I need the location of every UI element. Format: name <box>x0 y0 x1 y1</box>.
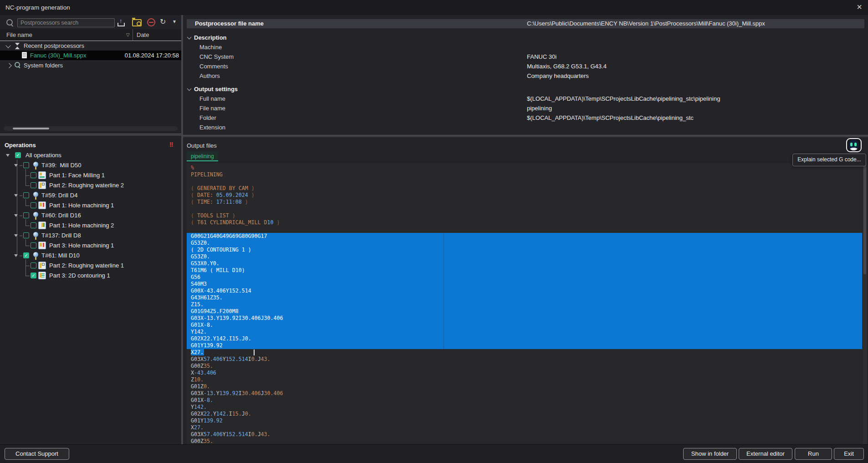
section-header[interactable]: Description <box>187 34 824 41</box>
code-line[interactable]: G03X57.406Y152.514I0.J43. <box>187 431 862 438</box>
code-line[interactable]: G03X-13.Y139.92I30.406J30.406 <box>187 315 862 322</box>
checkbox[interactable] <box>23 212 29 218</box>
operation-row[interactable]: Part 1: Face Milling 1 <box>0 170 181 180</box>
checkbox[interactable]: ✓ <box>31 273 36 278</box>
column-date[interactable]: Date <box>137 29 149 41</box>
checkbox[interactable] <box>31 262 36 268</box>
chevron-down-icon[interactable] <box>187 87 192 91</box>
operation-row[interactable]: T#39: Mill D50 <box>0 160 181 170</box>
code-line[interactable]: PIPELINING <box>187 171 862 178</box>
operation-row[interactable]: Part 1: Hole machining 1 <box>0 201 181 211</box>
code-line[interactable]: G00Z35. <box>187 363 862 370</box>
ai-assistant-button[interactable] <box>846 138 862 152</box>
operation-row[interactable]: T#60: Drill D16 <box>0 211 181 221</box>
code-line[interactable]: X27. <box>187 424 862 431</box>
code-line[interactable]: G02X22.Y142.I15.J0. <box>187 335 862 342</box>
expander-icon[interactable] <box>6 154 10 157</box>
code-line[interactable]: Z10. <box>187 376 862 383</box>
close-icon[interactable]: × <box>853 0 865 15</box>
code-line[interactable] <box>187 178 862 185</box>
code-line[interactable]: G01X-8. <box>187 397 862 404</box>
run-button[interactable]: Run <box>795 448 832 460</box>
tree-item-fanuc-file[interactable]: Fanuc (30i)_Mill.sppx 01.08.2024 17:20:5… <box>0 51 181 60</box>
code-line[interactable]: X-43.406 <box>187 370 862 376</box>
code-line[interactable]: Y142. <box>187 329 862 335</box>
scrollbar-thumb[interactable] <box>13 128 49 129</box>
horizontal-scrollbar[interactable] <box>4 126 178 131</box>
code-line[interactable]: G03X-13.Y139.92I30.406J30.406 <box>187 390 862 397</box>
checkbox[interactable] <box>31 172 36 178</box>
operation-row[interactable]: Part 2: Roughing waterline 1 <box>0 261 181 271</box>
expander-icon[interactable] <box>14 194 18 197</box>
checkbox[interactable]: ✓ <box>15 152 21 158</box>
vertical-scrollbar[interactable] <box>863 163 867 444</box>
expander-icon[interactable] <box>14 214 18 217</box>
operation-row[interactable]: Part 3: Hole machining 1 <box>0 241 181 251</box>
checkbox[interactable] <box>23 192 29 198</box>
checkbox[interactable]: ✓ <box>23 252 29 258</box>
checkbox[interactable] <box>23 232 29 238</box>
search-input[interactable] <box>17 18 115 27</box>
code-line[interactable]: Z15. <box>187 301 862 308</box>
checkbox[interactable] <box>31 242 36 248</box>
tree-item-system-folders[interactable]: System folders <box>0 61 181 70</box>
checkbox[interactable] <box>31 202 36 208</box>
code-line[interactable]: ( TIME: 17:11:08 ) <box>187 199 862 206</box>
chevron-right-icon[interactable] <box>6 63 11 68</box>
operation-row[interactable]: ✓Part 3: 2D contouring 1 <box>0 271 181 281</box>
code-line[interactable] <box>187 226 862 233</box>
chevron-down-icon[interactable] <box>5 43 10 48</box>
code-line[interactable]: G56 <box>187 274 862 281</box>
code-line[interactable]: ( DATE: 05.09.2024 ) <box>187 192 862 199</box>
code-line[interactable]: G00Z35. <box>187 438 862 444</box>
code-line[interactable]: X27. <box>187 349 862 356</box>
contact-support-button[interactable]: Contact Support <box>5 448 69 460</box>
code-line[interactable]: G02X22.Y142.I15.J0. <box>187 411 862 417</box>
code-line[interactable]: G01Y139.92 <box>187 342 862 349</box>
code-line[interactable]: T61M6 ( MILL D10) <box>187 267 862 274</box>
code-line[interactable]: G43H61Z35. <box>187 294 862 301</box>
chevron-down-icon[interactable] <box>187 35 192 40</box>
external-editor-button[interactable]: External editor <box>739 448 792 460</box>
code-line[interactable]: G03X57.406Y152.514I0.J43. <box>187 356 862 363</box>
gcode-editor[interactable]: %PIPELINING( GENERATED BY CAM )( DATE: 0… <box>187 163 862 444</box>
checkbox[interactable] <box>31 182 36 188</box>
section-header[interactable]: Output settings <box>187 85 824 93</box>
remove-button[interactable] <box>146 18 157 28</box>
tab-pipelining[interactable]: pipelining <box>187 151 218 161</box>
checkbox[interactable] <box>31 222 36 228</box>
code-line[interactable]: Y142. <box>187 404 862 411</box>
operation-row[interactable]: T#137: Drill D8 <box>0 231 181 241</box>
show-in-folder-button[interactable]: Show in folder <box>683 448 737 460</box>
column-file-name[interactable]: File name <box>6 29 32 41</box>
checkbox[interactable] <box>23 162 29 168</box>
find-in-folder-button[interactable] <box>131 18 142 28</box>
code-line[interactable]: ( T61 CYLINDRICAL_MILL D10 ) <box>187 219 862 226</box>
exit-button[interactable]: Exit <box>834 448 864 460</box>
code-line[interactable]: G01G94Z5.F200M8 <box>187 308 862 315</box>
code-line[interactable]: ( 2D CONTOURING 1 ) <box>187 247 862 253</box>
more-options-button[interactable]: ▾ <box>171 18 179 28</box>
code-line[interactable] <box>187 206 862 212</box>
expander-icon[interactable] <box>14 254 18 257</box>
expander-icon[interactable] <box>14 164 18 167</box>
code-line[interactable]: G53Z0. <box>187 240 862 247</box>
tree-item-recent-postprocessors[interactable]: Recent postprocessors <box>0 41 181 51</box>
code-line[interactable]: S40M3 <box>187 281 862 288</box>
code-line[interactable]: G53X0.Y0. <box>187 260 862 267</box>
operation-row[interactable]: Part 2: Roughing waterline 2 <box>0 180 181 190</box>
code-line[interactable]: G00X-43.406Y152.514 <box>187 288 862 294</box>
operation-row[interactable]: T#59: Drill D4 <box>0 190 181 201</box>
operation-row[interactable]: ✓T#61: Mill D10 <box>0 251 181 261</box>
code-line[interactable]: G01Z0. <box>187 383 862 390</box>
column-divider[interactable] <box>133 29 133 41</box>
scrollbar-thumb[interactable] <box>863 165 866 274</box>
expander-icon[interactable] <box>14 234 18 237</box>
code-line[interactable]: G00G21G40G49G69G80G90G17 <box>187 233 862 240</box>
filter-icon[interactable]: ▽ <box>126 29 130 41</box>
code-line[interactable]: G01Y139.92 <box>187 417 862 424</box>
operation-row[interactable]: ✓All operations <box>0 150 181 160</box>
code-line[interactable]: G53Z0. <box>187 253 862 260</box>
code-line[interactable]: ( GENERATED BY CAM ) <box>187 185 862 192</box>
code-line[interactable]: % <box>187 165 862 171</box>
